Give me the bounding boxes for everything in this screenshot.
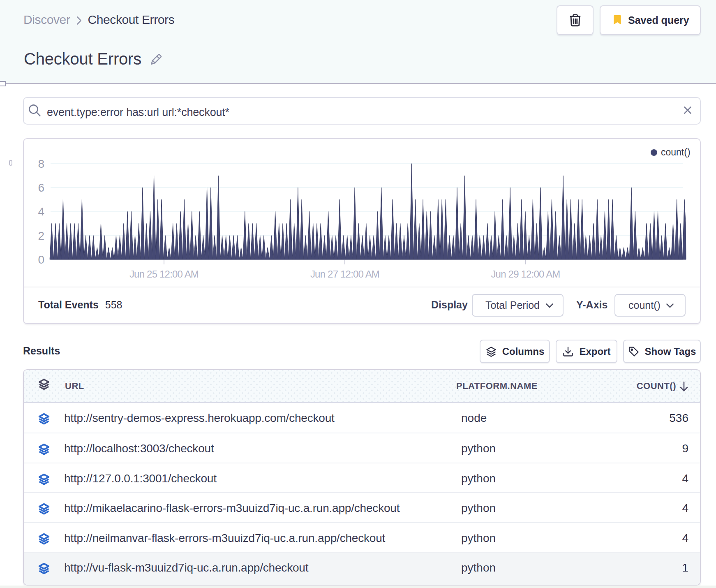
svg-text:2: 2 — [38, 229, 44, 242]
svg-text:Jun 25 12:00 AM: Jun 25 12:00 AM — [129, 269, 199, 280]
svg-text:4: 4 — [38, 205, 44, 218]
svg-text:0: 0 — [38, 253, 44, 266]
svg-text:Jun 27 12:00 AM: Jun 27 12:00 AM — [310, 269, 379, 280]
svg-text:8: 8 — [38, 157, 44, 170]
svg-text:Jun 29 12:00 AM: Jun 29 12:00 AM — [491, 269, 560, 280]
svg-text:6: 6 — [38, 181, 44, 194]
